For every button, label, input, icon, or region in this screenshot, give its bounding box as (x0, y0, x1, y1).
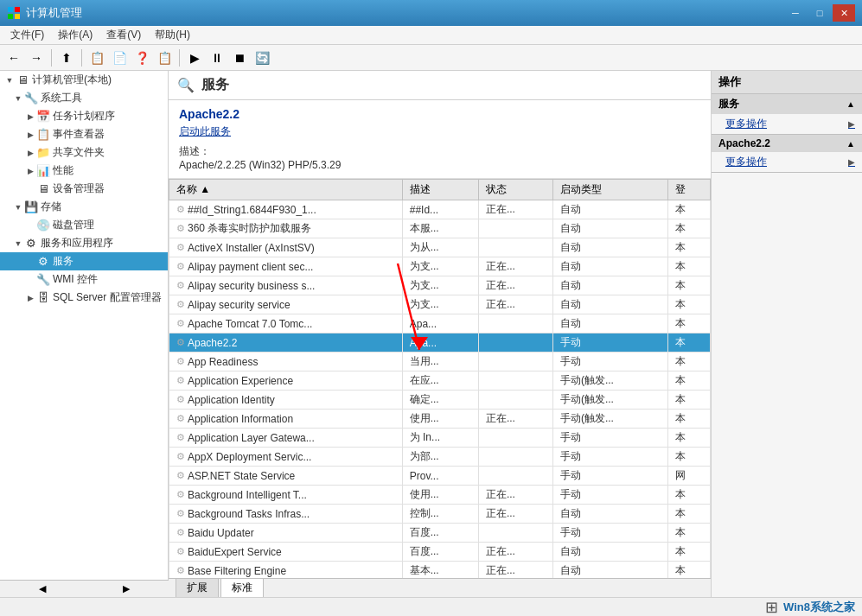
table-row[interactable]: ⚙##Id_String1.6844F930_1...##Id...正在...自… (169, 200, 711, 219)
pause-button[interactable]: ⏸ (207, 48, 227, 68)
toolbar-sep-1 (51, 49, 52, 67)
table-row[interactable]: ⚙Alipay security service为支...正在...自动本 (169, 295, 711, 314)
cell-name: ⚙Apache2.2 (169, 333, 403, 352)
table-row[interactable]: ⚙Apache2.2Apa...手动本 (169, 333, 711, 352)
cell-name: ⚙Alipay security service (169, 295, 403, 314)
menu-help[interactable]: 帮助(H) (148, 26, 197, 44)
cell-start-type: 自动 (552, 543, 667, 562)
disk-management-icon: 💿 (36, 219, 50, 232)
minimize-button[interactable]: ─ (784, 4, 807, 22)
table-row[interactable]: ⚙Alipay security business s...为支...正在...… (169, 276, 711, 295)
tree-event-viewer[interactable]: ▶ 📋 事件查看器 (0, 125, 168, 143)
menu-file[interactable]: 文件(F) (3, 26, 51, 44)
export-button[interactable]: 📋 (154, 48, 175, 68)
stop-button[interactable]: ⏹ (229, 48, 250, 68)
system-tools-icon: 🔧 (24, 92, 38, 105)
cell-name: ⚙Application Layer Gatewa... (169, 429, 403, 448)
table-row[interactable]: ⚙Background Intelligent T...使用...正在...手动… (169, 486, 711, 505)
table-row[interactable]: ⚙Alipay payment client sec...为支...正在...自… (169, 257, 711, 276)
table-row[interactable]: ⚙Application Information使用...正在...手动(触发.… (169, 410, 711, 429)
maximize-button[interactable]: □ (808, 4, 831, 22)
tree-disk-management[interactable]: 💿 磁盘管理 (0, 216, 168, 234)
svg-rect-3 (15, 14, 20, 19)
left-back-button[interactable]: ◀ (0, 581, 85, 597)
tree-root[interactable]: ▼ 🖥 计算机管理(本地) (0, 71, 168, 89)
cell-name: ⚙AppX Deployment Servic... (169, 448, 403, 467)
start-button[interactable]: ▶ (184, 48, 205, 68)
table-row[interactable]: ⚙Application Experience在应...手动(触发...本 (169, 372, 711, 391)
table-row[interactable]: ⚙Base Filtering Engine基本...正在...自动本 (169, 562, 711, 579)
more-actions-apache[interactable]: 更多操作 ▶ (712, 152, 862, 172)
table-row[interactable]: ⚙BaiduExpert Service百度...正在...自动本 (169, 543, 711, 562)
toolbar: ← → ⬆ 📋 📄 ❓ 📋 ▶ ⏸ ⏹ 🔄 (0, 45, 862, 71)
menu-view[interactable]: 查看(V) (99, 26, 148, 44)
tree-performance[interactable]: ▶ 📊 性能 (0, 162, 168, 180)
tree-task-scheduler[interactable]: ▶ 📅 任务计划程序 (0, 107, 168, 125)
col-login[interactable]: 登 (668, 180, 711, 200)
cell-name: ⚙BaiduExpert Service (169, 543, 403, 562)
tab-standard[interactable]: 标准 (220, 578, 264, 597)
properties-button[interactable]: 📄 (109, 48, 130, 68)
restart-button[interactable]: 🔄 (252, 48, 272, 68)
left-forward-button[interactable]: ▶ (85, 581, 169, 597)
cell-status: 正在... (478, 562, 552, 579)
sql-label: SQL Server 配置管理器 (53, 290, 162, 305)
service-header: 🔍 服务 (169, 71, 711, 100)
table-row[interactable]: ⚙ASP.NET State ServiceProv...手动网 (169, 467, 711, 486)
col-start-type[interactable]: 启动类型 (552, 180, 667, 200)
right-section-apache-title: Apache2.2 ▲ (712, 135, 862, 152)
tab-expand[interactable]: 扩展 (176, 578, 219, 597)
cell-status: 正在... (478, 410, 552, 429)
table-row[interactable]: ⚙Application Identity确定...手动(触发...本 (169, 391, 711, 410)
service-table-body: ⚙##Id_String1.6844F930_1...##Id...正在...自… (169, 200, 711, 579)
right-section-services-title: 服务 ▲ (712, 94, 862, 114)
cell-name: ⚙Application Information (169, 410, 403, 429)
win8-brand: ⊞ Win8系统之家 (765, 598, 855, 617)
tree-sql-server[interactable]: ▶ 🗄 SQL Server 配置管理器 (0, 289, 168, 307)
cell-start-type: 手动(触发... (552, 410, 667, 429)
menu-action[interactable]: 操作(A) (51, 26, 99, 44)
main-layout: ▼ 🖥 计算机管理(本地) ▼ 🔧 系统工具 ▶ 📅 任务计划程序 ▶ 📋 事件… (0, 71, 862, 597)
cell-start-type: 自动 (552, 314, 667, 333)
tree-shared-folders[interactable]: ▶ 📁 共享文件夹 (0, 143, 168, 162)
cell-login: 本 (668, 219, 711, 238)
show-hide-button[interactable]: 📋 (86, 48, 107, 68)
table-row[interactable]: ⚙Baidu Updater百度...手动本 (169, 524, 711, 543)
tree-system-tools[interactable]: ▼ 🔧 系统工具 (0, 89, 168, 107)
cell-login: 本 (668, 524, 711, 543)
cell-status (478, 314, 552, 333)
right-section-apache: Apache2.2 ▲ 更多操作 ▶ (712, 135, 862, 173)
sql-arrow: ▶ (24, 292, 36, 304)
col-name[interactable]: 名称 ▲ (169, 180, 403, 200)
tree-services[interactable]: ⚙ 服务 (0, 252, 168, 270)
menu-bar: 文件(F) 操作(A) 查看(V) 帮助(H) (0, 26, 862, 45)
tree-services-apps[interactable]: ▼ ⚙ 服务和应用程序 (0, 234, 168, 252)
more-actions-services[interactable]: 更多操作 ▶ (712, 114, 862, 134)
right-panel-header: 操作 (712, 71, 862, 94)
tree-storage[interactable]: ▼ 💾 存储 (0, 198, 168, 216)
service-panel-title: 服务 (201, 76, 229, 94)
disk-management-arrow (24, 219, 36, 232)
tree-wmi[interactable]: 🔧 WMI 控件 (0, 270, 168, 289)
table-row[interactable]: ⚙Application Layer Gatewa...为 In...手动本 (169, 429, 711, 448)
table-row[interactable]: ⚙Apache Tomcat 7.0 Tomc...Apa...自动本 (169, 314, 711, 333)
up-button[interactable]: ⬆ (56, 48, 77, 68)
close-button[interactable]: ✕ (833, 4, 855, 22)
title-bar-left: 计算机管理 (7, 5, 82, 21)
cell-status (478, 467, 552, 486)
table-row[interactable]: ⚙Background Tasks Infras...控制...正在...自动本 (169, 505, 711, 524)
forward-button[interactable]: → (26, 48, 47, 68)
back-button[interactable]: ← (3, 48, 24, 68)
table-row[interactable]: ⚙AppX Deployment Servic...为部...手动本 (169, 448, 711, 467)
help-button[interactable]: ❓ (131, 48, 152, 68)
col-desc[interactable]: 描述 (402, 180, 478, 200)
table-row[interactable]: ⚙ActiveX Installer (AxInstSV)为从...自动本 (169, 238, 711, 257)
service-table-container[interactable]: 名称 ▲ 描述 状态 启动类型 登 ⚙##Id_String1.6844F930… (169, 179, 711, 578)
table-row[interactable]: ⚙App Readiness当用...手动本 (169, 352, 711, 372)
table-row[interactable]: ⚙360 杀毒实时防护加载服务本服...自动本 (169, 219, 711, 238)
cell-desc: 百度... (402, 543, 478, 562)
storage-label: 存储 (41, 200, 61, 214)
col-status[interactable]: 状态 (478, 180, 552, 200)
start-service-link[interactable]: 启动此服务 (179, 125, 231, 137)
tree-device-manager[interactable]: 🖥 设备管理器 (0, 180, 168, 198)
